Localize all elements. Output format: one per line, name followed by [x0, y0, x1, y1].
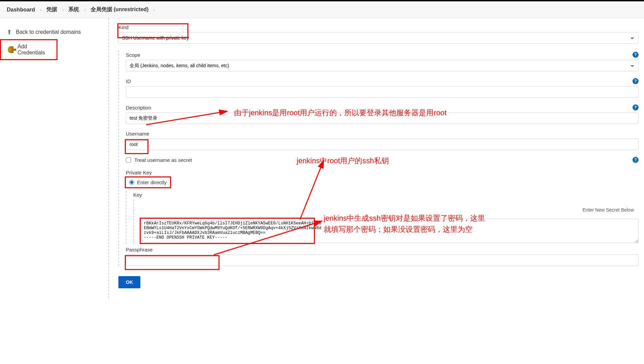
chevron-right-icon: ›	[81, 7, 88, 13]
scope-select[interactable]: 全局 (Jenkins, nodes, items, all child ite…	[126, 60, 639, 71]
scope-label: Scope	[126, 52, 140, 58]
id-field-group: ID ?	[126, 78, 644, 98]
breadcrumb: Dashboard › 凭据 › 系统 › 全局凭据 (unrestricted…	[0, 1, 644, 18]
enter-directly-radio-row[interactable]: Enter directly	[126, 177, 170, 187]
sidebar-add-credentials[interactable]: Add Credentials	[1, 40, 56, 59]
passphrase-input[interactable]	[126, 254, 639, 266]
description-label: Description	[126, 105, 151, 111]
kind-field-group: Kind SSH Username with private key	[118, 24, 644, 44]
ok-button[interactable]: OK	[118, 276, 140, 288]
username-input[interactable]	[126, 139, 639, 150]
kind-label: Kind	[118, 24, 129, 30]
private-key-label: Private Key	[126, 170, 152, 175]
treat-secret-group: Treat username as secret ?	[126, 157, 644, 163]
help-icon[interactable]: ?	[632, 52, 639, 58]
treat-secret-label: Treat username as secret	[134, 157, 192, 163]
sidebar: ⬆ Back to credential domains Add Credent…	[0, 18, 108, 298]
enter-directly-label: Enter directly	[137, 179, 167, 185]
description-input[interactable]	[126, 113, 639, 124]
up-arrow-icon: ⬆	[7, 28, 12, 36]
sidebar-back-label: Back to credential domains	[16, 29, 81, 35]
sidebar-back-link[interactable]: ⬆ Back to credential domains	[0, 25, 108, 39]
breadcrumb-item[interactable]: Dashboard	[7, 7, 35, 13]
kind-select[interactable]: SSH Username with private key	[118, 32, 639, 44]
chevron-right-icon: ›	[37, 7, 44, 13]
main-content: Kind SSH Username with private key Scope…	[108, 18, 644, 298]
sidebar-add-label: Add Credentials	[18, 44, 50, 56]
key-hint-text: Enter New Secret Below	[141, 201, 639, 219]
enter-directly-radio[interactable]	[129, 180, 134, 185]
help-icon[interactable]: ?	[632, 104, 639, 111]
description-field-group: Description ?	[126, 104, 644, 124]
chevron-right-icon: ›	[59, 7, 66, 13]
username-field-group: Username	[126, 131, 644, 150]
breadcrumb-item[interactable]: 全局凭据 (unrestricted)	[91, 6, 149, 13]
help-icon[interactable]: ?	[632, 78, 639, 84]
key-label: Key	[133, 192, 142, 198]
id-input[interactable]	[126, 86, 639, 98]
passphrase-label: Passphrase	[126, 247, 153, 252]
key-textarea[interactable]	[141, 219, 639, 243]
id-label: ID	[126, 78, 131, 84]
scope-field-group: Scope ? 全局 (Jenkins, nodes, items, all c…	[126, 52, 644, 71]
username-label: Username	[126, 131, 149, 137]
help-icon[interactable]: ?	[632, 157, 639, 163]
treat-secret-checkbox[interactable]	[126, 157, 131, 163]
chevron-right-icon: ›	[151, 7, 158, 13]
private-key-group: Private Key Enter directly Key Enter New…	[126, 170, 644, 244]
breadcrumb-item[interactable]: 系统	[68, 6, 79, 13]
breadcrumb-item[interactable]: 凭据	[46, 6, 57, 13]
key-icon	[8, 46, 14, 53]
passphrase-field-group: Passphrase	[126, 247, 644, 266]
